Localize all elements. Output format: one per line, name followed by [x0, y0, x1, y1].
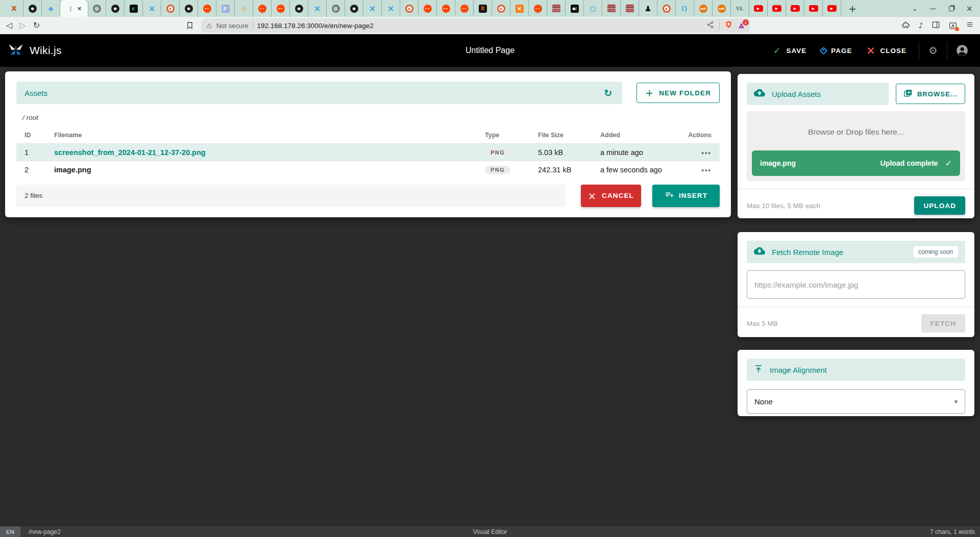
- browser-tab[interactable]: [345, 0, 363, 17]
- alignment-selected-value: None: [754, 397, 773, 406]
- cancel-button[interactable]: × CANCEL: [581, 185, 641, 207]
- breadcrumb[interactable]: / root: [22, 114, 720, 121]
- profile-icon[interactable]: [948, 21, 958, 30]
- browser-tab[interactable]: [143, 0, 161, 17]
- media-control-icon[interactable]: ♪: [918, 22, 923, 30]
- browser-tab[interactable]: [676, 0, 694, 17]
- tab-search-chevron-icon[interactable]: ⌄: [912, 5, 918, 12]
- browser-tab[interactable]: [547, 0, 566, 17]
- tab-favicon-icon: [516, 5, 524, 13]
- browser-tab[interactable]: [180, 0, 198, 17]
- browser-tab[interactable]: [602, 0, 621, 17]
- reload-button[interactable]: ↻: [33, 21, 40, 30]
- browser-tab[interactable]: [5, 0, 23, 17]
- dropzone-hint: Browse or Drop files here...: [752, 127, 960, 137]
- cloud-upload-icon: [754, 89, 765, 99]
- restore-button[interactable]: [949, 6, 954, 11]
- brave-shields-icon[interactable]: [725, 20, 732, 31]
- browser-tab[interactable]: [419, 0, 437, 17]
- header-action-button[interactable]: PAGE: [814, 42, 859, 60]
- browser-tab[interactable]: [529, 0, 547, 17]
- cell-filename[interactable]: screenshot_from_2024-01-21_12-37-20.png: [50, 144, 481, 161]
- browser-tab[interactable]: [749, 0, 768, 17]
- browser-tab[interactable]: [657, 0, 676, 17]
- browser-tab[interactable]: [786, 0, 804, 17]
- assets-panel-header: Assets ↻: [16, 82, 622, 104]
- browser-tab[interactable]: [216, 0, 235, 17]
- browser-tab[interactable]: [804, 0, 823, 17]
- tab-favicon-icon: [240, 5, 248, 13]
- brand[interactable]: Wiki.js: [8, 43, 62, 58]
- browser-tab[interactable]: [639, 0, 657, 17]
- browser-tab[interactable]: [474, 0, 492, 17]
- browser-tab[interactable]: [308, 0, 327, 17]
- browser-menu-icon[interactable]: [966, 21, 974, 30]
- browser-tab[interactable]: [400, 0, 419, 17]
- row-actions-icon[interactable]: [701, 166, 712, 174]
- browser-tab[interactable]: [290, 0, 308, 17]
- browser-tab[interactable]: [125, 0, 143, 17]
- url-text[interactable]: 192.168.178.26:3000/e/en/new-page2: [257, 22, 702, 30]
- fetch-button[interactable]: FETCH: [921, 314, 966, 333]
- new-tab-button[interactable]: +: [848, 3, 856, 14]
- extension-icon[interactable]: 2: [738, 22, 745, 29]
- browser-tab[interactable]: [731, 0, 749, 17]
- upload-button[interactable]: UPLOAD: [914, 196, 965, 215]
- tab-favicon-icon: [258, 5, 266, 13]
- minimize-button[interactable]: —: [930, 5, 937, 12]
- browser-tab[interactable]: [713, 0, 731, 17]
- forward-button[interactable]: ▷: [19, 21, 26, 30]
- image-alignment-panel: Image Alignment None ▾: [738, 350, 974, 416]
- browser-tab[interactable]: [363, 0, 382, 17]
- gear-icon[interactable]: ⚙: [924, 44, 942, 57]
- cell-filename[interactable]: image.png: [50, 161, 481, 178]
- browser-tab[interactable]: [106, 0, 125, 17]
- address-bar[interactable]: ⚠ Not secure 192.168.178.26:3000/e/en/ne…: [201, 18, 750, 33]
- browser-tab[interactable]: [235, 0, 253, 17]
- browser-tab[interactable]: [253, 0, 272, 17]
- browser-tab[interactable]: [382, 0, 400, 17]
- browser-tab[interactable]: [455, 0, 474, 17]
- table-row[interactable]: 1 screenshot_from_2024-01-21_12-37-20.pn…: [16, 144, 720, 161]
- alignment-select[interactable]: None ▾: [747, 389, 965, 414]
- browser-tab[interactable]: [492, 0, 510, 17]
- browser-tab[interactable]: [60, 0, 88, 17]
- new-folder-button[interactable]: + NEW FOLDER: [636, 83, 720, 103]
- row-actions-icon[interactable]: [701, 149, 712, 157]
- browser-tab[interactable]: [23, 0, 42, 17]
- browser-tab[interactable]: [42, 0, 60, 17]
- browser-tab[interactable]: [198, 0, 216, 17]
- security-label[interactable]: Not secure: [216, 22, 249, 30]
- close-window-button[interactable]: ×: [966, 4, 973, 13]
- header-action-button[interactable]: SAVE: [766, 41, 814, 60]
- table-row[interactable]: 2 image.png PNG 242.31 kB a few seconds …: [16, 161, 720, 178]
- share-icon[interactable]: [706, 21, 714, 31]
- bookmark-icon[interactable]: [186, 21, 194, 30]
- browser-tab[interactable]: [566, 0, 584, 17]
- remote-image-url-input[interactable]: [747, 270, 965, 299]
- refresh-icon[interactable]: ↻: [599, 84, 617, 102]
- tab-favicon-icon: [93, 5, 101, 13]
- header-actions: SAVE PAGE CLOSE: [766, 41, 914, 60]
- locale-selector[interactable]: EN: [0, 526, 20, 537]
- sidebar-icon[interactable]: [932, 20, 940, 31]
- browser-tab[interactable]: [88, 0, 106, 17]
- browser-tab[interactable]: [694, 0, 713, 17]
- dropzone[interactable]: Browse or Drop files here... image.png U…: [747, 111, 965, 181]
- browser-tab[interactable]: [621, 0, 639, 17]
- browser-tab[interactable]: [510, 0, 529, 17]
- account-icon[interactable]: [952, 44, 972, 57]
- browser-tab[interactable]: [823, 0, 841, 17]
- back-button[interactable]: ◁: [6, 21, 12, 30]
- browser-tab[interactable]: [161, 0, 180, 17]
- browser-tab[interactable]: [437, 0, 455, 17]
- header-action-button[interactable]: CLOSE: [860, 41, 914, 60]
- browser-tab[interactable]: [272, 0, 290, 17]
- browser-tab[interactable]: [327, 0, 345, 17]
- extensions-puzzle-icon[interactable]: [901, 20, 910, 31]
- browser-tab[interactable]: [768, 0, 786, 17]
- browser-tab[interactable]: [584, 0, 602, 17]
- browse-button[interactable]: BROWSE...: [896, 84, 965, 104]
- app-name: Wiki.js: [30, 44, 62, 57]
- insert-button[interactable]: INSERT: [652, 185, 720, 207]
